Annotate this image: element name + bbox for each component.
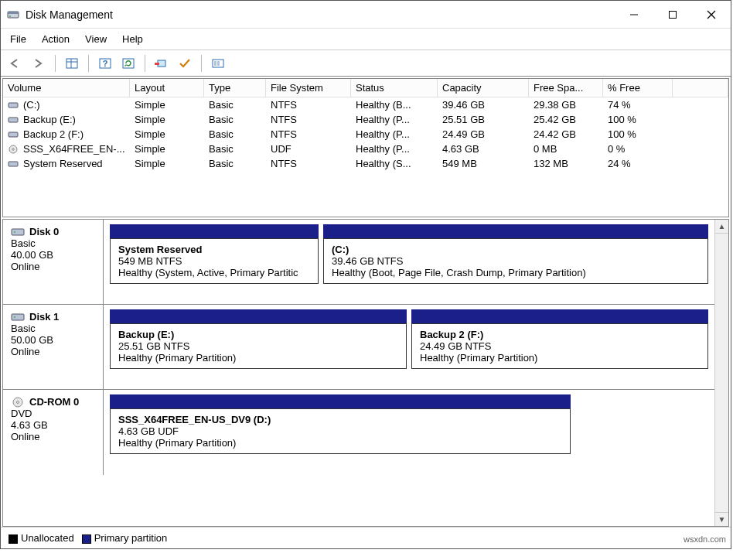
disk-info: Disk 0 Basic 40.00 GB Online	[3, 220, 104, 304]
cell-pct-free: 100 %	[603, 112, 673, 127]
partition-bar	[110, 224, 319, 238]
partition-name: Backup 2 (F:)	[420, 329, 700, 340]
disk-title: Disk 0	[29, 226, 59, 237]
cell-free-space: 0 MB	[529, 142, 603, 156]
svg-rect-1	[8, 12, 19, 14]
help-button[interactable]: ?	[95, 53, 115, 73]
minimize-button[interactable]	[615, 1, 653, 28]
partition-meta: 24.49 GB NTFS	[420, 340, 700, 352]
menubar: File Action View Help	[1, 29, 731, 50]
disk-row[interactable]: CD-ROM 0 DVD 4.63 GB Online SSS_X64FREE_…	[3, 390, 714, 475]
partition-name: SSS_X64FREE_EN-US_DV9 (D:)	[118, 414, 562, 425]
maximize-button[interactable]	[653, 1, 692, 28]
table-row[interactable]: Backup 2 (F:)SimpleBasicNTFSHealthy (P..…	[3, 127, 728, 142]
partition-block[interactable]: Backup (E:) 25.51 GB NTFS Healthy (Prima…	[110, 323, 407, 369]
svg-rect-23	[9, 162, 18, 166]
nav-forward-button[interactable]	[29, 53, 49, 73]
menu-action[interactable]: Action	[42, 33, 70, 45]
view-list-button[interactable]	[62, 53, 82, 73]
partition-status: Healthy (Primary Partition)	[118, 352, 398, 364]
titlebar: Disk Management	[1, 1, 731, 29]
svg-rect-26	[12, 314, 24, 320]
close-button[interactable]	[692, 1, 731, 28]
cell-volume: Backup (E:)	[3, 112, 130, 127]
col-free-space[interactable]: Free Spa...	[529, 79, 603, 97]
cell-type: Basic	[204, 142, 266, 156]
hard-disk-icon	[11, 312, 25, 323]
table-row[interactable]: System ReservedSimpleBasicNTFSHealthy (S…	[3, 156, 728, 171]
cell-type: Basic	[204, 97, 266, 112]
disk-row[interactable]: Disk 1 Basic 50.00 GB Online Backup (E:)…	[3, 305, 714, 390]
partition-bar	[110, 309, 407, 323]
col-pct-free[interactable]: % Free	[603, 79, 673, 97]
partition-block[interactable]: Backup 2 (F:) 24.49 GB NTFS Healthy (Pri…	[411, 323, 708, 369]
watermark: wsxdn.com	[684, 534, 726, 544]
nav-back-button[interactable]	[5, 53, 26, 73]
refresh-button[interactable]	[118, 53, 138, 73]
cell-volume: SSS_X64FREE_EN-...	[3, 142, 130, 156]
svg-point-29	[17, 401, 19, 403]
cell-layout: Simple	[130, 127, 204, 142]
hard-disk-icon	[11, 227, 25, 237]
partition-status: Healthy (Boot, Page File, Crash Dump, Pr…	[332, 267, 700, 278]
svg-point-22	[12, 148, 14, 149]
col-layout[interactable]: Layout	[130, 79, 204, 97]
disk-state: Online	[11, 261, 98, 272]
table-row[interactable]: (C:)SimpleBasicNTFSHealthy (B...39.46 GB…	[3, 97, 728, 112]
col-status[interactable]: Status	[351, 79, 438, 97]
legend-primary-partition: Primary partition	[82, 532, 168, 544]
cell-layout: Simple	[130, 156, 204, 171]
vertical-scrollbar[interactable]: ▲ ▼	[714, 220, 728, 526]
svg-rect-19	[9, 118, 18, 122]
partition-status: Healthy (Primary Partition)	[420, 352, 700, 364]
cell-filesystem: NTFS	[266, 156, 351, 171]
disk-state: Online	[11, 431, 98, 442]
col-capacity[interactable]: Capacity	[438, 79, 529, 97]
volume-table: Volume Layout Type File System Status Ca…	[2, 78, 729, 217]
disk-size: 4.63 GB	[11, 419, 98, 431]
partition-block[interactable]: SSS_X64FREE_EN-US_DV9 (D:) 4.63 GB UDF H…	[110, 408, 571, 454]
partition-block[interactable]: System Reserved 549 MB NTFS Healthy (Sys…	[110, 238, 319, 284]
rescan-disks-button[interactable]	[152, 53, 172, 73]
apply-button[interactable]	[175, 53, 195, 73]
svg-rect-14	[155, 63, 159, 65]
menu-file[interactable]: File	[10, 33, 26, 45]
disk-title: Disk 1	[29, 311, 59, 323]
toolbar: ?	[1, 50, 731, 77]
scroll-up-icon[interactable]: ▲	[715, 220, 728, 234]
col-filesystem[interactable]: File System	[266, 79, 351, 97]
scroll-down-icon[interactable]: ▼	[715, 512, 728, 526]
partition-meta: 4.63 GB UDF	[118, 425, 562, 437]
cell-layout: Simple	[130, 97, 204, 112]
cd-rom-icon	[11, 397, 25, 408]
partition-bar	[323, 224, 708, 238]
svg-text:?: ?	[103, 59, 108, 68]
window-title: Disk Management	[26, 9, 113, 21]
cell-capacity: 549 MB	[438, 156, 529, 171]
partition-block[interactable]: (C:) 39.46 GB NTFS Healthy (Boot, Page F…	[323, 238, 708, 284]
partition-name: Backup (E:)	[118, 329, 398, 340]
col-volume[interactable]: Volume	[3, 79, 130, 97]
disk-row[interactable]: Disk 0 Basic 40.00 GB Online System Rese…	[3, 220, 714, 305]
cell-volume: System Reserved	[3, 156, 130, 171]
cell-layout: Simple	[130, 112, 204, 127]
volume-icon	[8, 159, 19, 169]
cell-free-space: 29.38 GB	[529, 97, 603, 112]
svg-point-2	[9, 15, 11, 17]
svg-line-6	[707, 11, 715, 19]
partition-bar	[110, 394, 571, 408]
cell-capacity: 25.51 GB	[438, 112, 529, 127]
disk-type: Basic	[11, 323, 98, 334]
cell-pct-free: 0 %	[603, 142, 673, 156]
table-row[interactable]: SSS_X64FREE_EN-...SimpleBasicUDFHealthy …	[3, 142, 728, 156]
table-row[interactable]: Backup (E:)SimpleBasicNTFSHealthy (P...2…	[3, 112, 728, 127]
menu-help[interactable]: Help	[122, 33, 143, 45]
col-type[interactable]: Type	[204, 79, 266, 97]
cell-filesystem: NTFS	[266, 97, 351, 112]
menu-view[interactable]: View	[85, 33, 107, 45]
cell-free-space: 25.42 GB	[529, 112, 603, 127]
volume-icon	[8, 101, 19, 110]
disk-type: Basic	[11, 237, 98, 249]
cell-status: Healthy (B...	[351, 97, 438, 112]
settings-button[interactable]	[208, 53, 228, 73]
